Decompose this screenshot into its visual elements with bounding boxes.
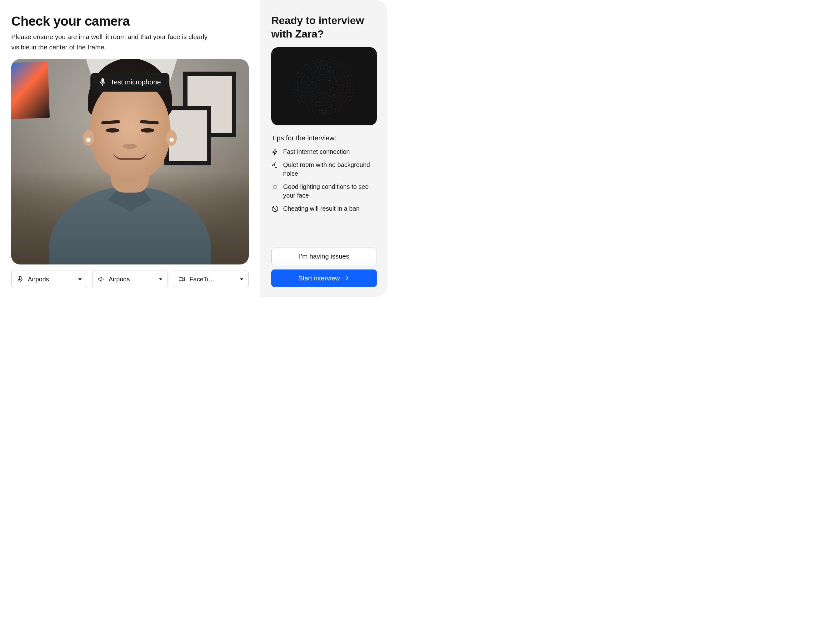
- tip-item: Quiet room with no background noise: [271, 160, 377, 178]
- svg-point-10: [310, 74, 338, 98]
- speaker-icon: [97, 275, 105, 283]
- svg-point-7: [297, 62, 351, 111]
- interview-ready-pane: Ready to interview with Zara?: [260, 0, 387, 297]
- svg-line-19: [273, 189, 274, 189]
- having-issues-button[interactable]: I’m having issues: [271, 248, 377, 265]
- microphone-icon: [99, 78, 106, 87]
- bolt-icon: [271, 148, 279, 156]
- svg-rect-3: [20, 276, 21, 280]
- camera-check-pane: Check your camera Please ensure you are …: [0, 0, 260, 297]
- page-title: Check your camera: [11, 14, 249, 29]
- svg-point-8: [301, 65, 348, 107]
- tip-text: Fast internet connection: [283, 147, 350, 156]
- device-selectors: Airpods Airpods FaceTi…: [11, 270, 249, 288]
- svg-point-6: [294, 59, 354, 114]
- test-microphone-button[interactable]: Test microphone: [90, 73, 169, 92]
- ai-avatar-card: [271, 47, 377, 125]
- tip-item: Fast internet connection: [271, 147, 377, 156]
- tips-list: Fast internet connection Quiet room with…: [271, 147, 377, 213]
- ready-heading: Ready to interview with Zara?: [271, 14, 377, 40]
- chevron-right-icon: [345, 275, 350, 281]
- svg-line-22: [273, 207, 277, 211]
- chevron-down-icon: [158, 277, 163, 282]
- page-subtitle: Please ensure you are in a well lit room…: [11, 32, 214, 52]
- camera-selector[interactable]: FaceTi…: [173, 270, 249, 288]
- microphone-selector-label: Airpods: [28, 276, 74, 283]
- sun-icon: [271, 183, 279, 191]
- chevron-down-icon: [77, 277, 82, 282]
- microphone-selector[interactable]: Airpods: [11, 270, 87, 288]
- having-issues-label: I’m having issues: [299, 253, 349, 260]
- svg-point-12: [274, 186, 276, 188]
- ai-orb-icon: [288, 53, 360, 119]
- tip-text: Quiet room with no background noise: [283, 160, 377, 178]
- ban-icon: [271, 205, 279, 213]
- svg-rect-5: [179, 278, 183, 281]
- tip-item: Cheating will result in a ban: [271, 204, 377, 213]
- test-microphone-label: Test microphone: [110, 78, 161, 86]
- svg-rect-0: [102, 78, 104, 83]
- microphone-icon: [16, 275, 24, 283]
- speaker-selector[interactable]: Airpods: [92, 270, 168, 288]
- svg-point-9: [305, 70, 343, 103]
- app-root: Check your camera Please ensure you are …: [0, 0, 387, 297]
- camera-preview: Test microphone: [11, 59, 249, 264]
- ear-icon: [271, 161, 279, 169]
- svg-line-18: [277, 189, 277, 189]
- chevron-down-icon: [239, 277, 244, 282]
- start-interview-label: Start interview: [298, 274, 340, 282]
- speaker-selector-label: Airpods: [109, 276, 155, 283]
- tips-heading: Tips for the interview:: [271, 134, 377, 142]
- tip-text: Cheating will result in a ban: [283, 204, 360, 213]
- svg-line-20: [277, 185, 277, 186]
- camera-icon: [178, 275, 185, 283]
- svg-point-11: [315, 79, 333, 94]
- svg-line-17: [273, 185, 274, 186]
- start-interview-button[interactable]: Start interview: [271, 269, 377, 287]
- camera-selector-label: FaceTi…: [189, 276, 235, 283]
- tip-item: Good lighting conditions to see your fac…: [271, 182, 377, 200]
- tip-text: Good lighting conditions to see your fac…: [283, 182, 377, 200]
- camera-person: [43, 92, 218, 264]
